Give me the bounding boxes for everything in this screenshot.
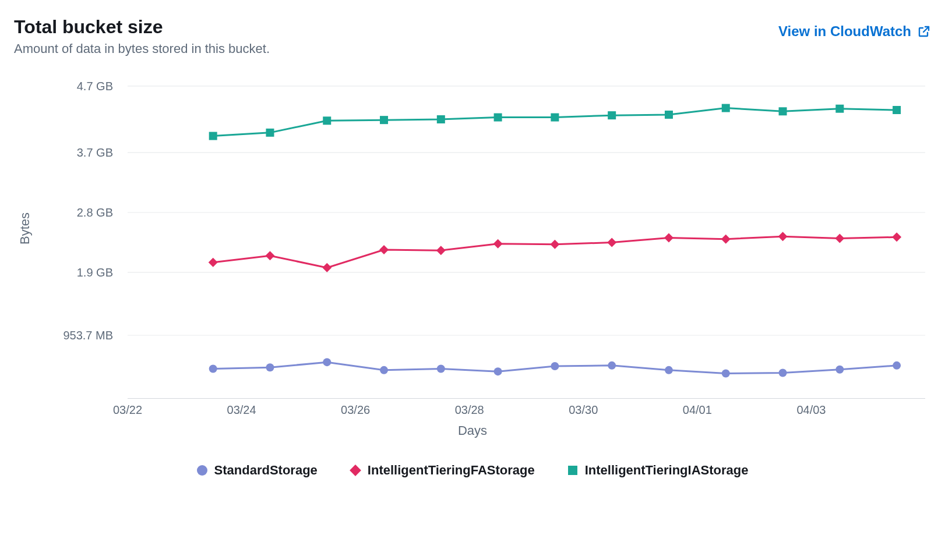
- svg-point-16: [779, 368, 787, 377]
- bucket-size-chart: Bytes 953.7 MB1.9 GB2.8 GB3.7 GB4.7 GB 0…: [14, 67, 931, 527]
- svg-marker-23: [436, 246, 446, 255]
- external-link-icon: [917, 24, 931, 38]
- svg-marker-31: [892, 232, 901, 242]
- y-tick: 3.7 GB: [14, 146, 113, 160]
- diamond-marker-icon: [350, 465, 361, 476]
- svg-marker-21: [322, 263, 332, 272]
- svg-rect-32: [209, 132, 217, 140]
- svg-marker-26: [607, 238, 616, 247]
- x-tick: 03/30: [569, 403, 598, 417]
- y-tick: 4.7 GB: [14, 79, 113, 93]
- svg-rect-33: [266, 129, 274, 137]
- svg-point-14: [665, 366, 673, 374]
- svg-point-15: [722, 370, 730, 378]
- svg-marker-24: [493, 239, 503, 249]
- svg-marker-29: [778, 232, 788, 241]
- svg-marker-28: [721, 235, 731, 244]
- x-axis-ticks: 03/2203/2403/2603/2803/3004/0104/03: [128, 403, 925, 421]
- svg-rect-44: [893, 106, 901, 114]
- svg-point-18: [893, 361, 901, 370]
- chart-subtitle: Amount of data in bytes stored in this b…: [14, 41, 270, 56]
- legend-item[interactable]: IntelligentTieringIAStorage: [567, 463, 749, 478]
- svg-rect-42: [779, 107, 787, 115]
- legend-item[interactable]: IntelligentTieringFAStorage: [350, 463, 535, 478]
- svg-marker-25: [550, 240, 559, 249]
- x-tick: 04/03: [796, 403, 826, 417]
- plot-area: [128, 73, 925, 399]
- x-axis-label: Days: [14, 423, 931, 438]
- svg-marker-22: [379, 245, 389, 254]
- svg-rect-38: [551, 114, 559, 122]
- svg-rect-36: [437, 115, 445, 123]
- svg-rect-40: [665, 111, 673, 119]
- legend-label: IntelligentTieringFAStorage: [368, 463, 535, 478]
- link-label: View in CloudWatch: [778, 23, 911, 40]
- x-tick: 03/22: [113, 403, 142, 417]
- svg-point-12: [551, 362, 559, 370]
- svg-point-9: [380, 366, 388, 374]
- circle-marker-icon: [197, 465, 207, 476]
- svg-point-13: [608, 361, 616, 370]
- svg-rect-34: [323, 116, 331, 125]
- svg-marker-20: [265, 251, 274, 260]
- legend: StandardStorageIntelligentTieringFAStora…: [14, 463, 931, 478]
- x-tick: 03/28: [455, 403, 484, 417]
- svg-rect-43: [835, 105, 844, 113]
- svg-marker-27: [664, 233, 674, 242]
- svg-point-7: [266, 363, 274, 371]
- y-tick: 2.8 GB: [14, 206, 113, 219]
- y-tick: 1.9 GB: [14, 265, 113, 279]
- svg-point-11: [494, 367, 502, 375]
- square-marker-icon: [567, 465, 578, 476]
- x-tick: 03/24: [227, 403, 256, 417]
- view-in-cloudwatch-link[interactable]: View in CloudWatch: [778, 23, 931, 40]
- svg-rect-39: [608, 111, 616, 119]
- svg-point-6: [209, 365, 217, 373]
- legend-label: StandardStorage: [214, 463, 318, 478]
- legend-label: IntelligentTieringIAStorage: [585, 463, 749, 478]
- svg-point-17: [835, 366, 844, 374]
- x-tick: 04/01: [683, 403, 712, 417]
- x-tick: 03/26: [341, 403, 370, 417]
- svg-marker-30: [835, 234, 844, 243]
- y-tick: 953.7 MB: [14, 329, 113, 342]
- svg-point-8: [323, 358, 331, 366]
- legend-item[interactable]: StandardStorage: [197, 463, 318, 478]
- svg-rect-35: [380, 116, 388, 124]
- svg-rect-41: [722, 104, 730, 112]
- chart-title: Total bucket size: [14, 16, 270, 38]
- svg-marker-19: [209, 258, 218, 267]
- svg-point-10: [437, 365, 445, 373]
- svg-rect-37: [494, 114, 502, 122]
